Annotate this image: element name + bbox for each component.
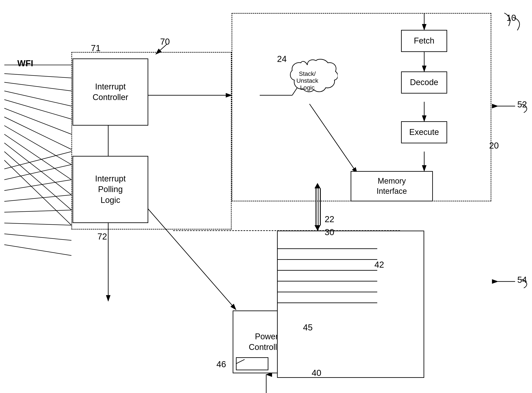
fetch-label: Fetch — [414, 35, 434, 46]
svg-line-26 — [4, 160, 71, 225]
svg-text:Logic: Logic — [300, 84, 315, 91]
svg-line-10 — [4, 91, 71, 106]
ref-40: 40 — [312, 368, 321, 378]
interrupt-polling-label: InterruptPollingLogic — [95, 173, 126, 206]
svg-line-11 — [4, 152, 71, 169]
svg-line-8 — [4, 74, 71, 78]
ref-10: 10 — [507, 13, 516, 23]
svg-line-17 — [4, 234, 71, 240]
svg-line-23 — [4, 134, 71, 180]
diagram: InterruptController InterruptPollingLogi… — [0, 0, 532, 393]
svg-line-18 — [4, 245, 71, 255]
ref-45: 45 — [303, 323, 313, 332]
memory-interface-box: MemoryInterface — [351, 171, 433, 201]
memory-interface-label: MemoryInterface — [377, 176, 407, 196]
execute-box: Execute — [401, 121, 447, 143]
svg-line-12 — [4, 165, 71, 180]
fetch-box: Fetch — [401, 30, 447, 52]
memory-lines-container — [278, 238, 377, 303]
svg-line-15 — [4, 210, 71, 212]
ref-24: 24 — [277, 54, 287, 64]
svg-line-20 — [4, 108, 71, 134]
ref-20: 20 — [489, 141, 499, 151]
svg-line-14 — [4, 195, 71, 201]
ref-42: 42 — [374, 260, 384, 270]
execute-label: Execute — [409, 127, 439, 138]
svg-line-21 — [4, 117, 71, 149]
svg-marker-36 — [314, 225, 321, 231]
ref-72: 72 — [98, 232, 107, 241]
power-sub-box — [236, 357, 268, 370]
ref-71: 71 — [91, 43, 101, 53]
decode-box: Decode — [401, 71, 447, 93]
svg-line-16 — [4, 223, 71, 225]
ref-46: 46 — [216, 359, 226, 369]
interrupt-controller-box: InterruptController — [73, 59, 148, 126]
decode-label: Decode — [410, 77, 438, 88]
svg-text:Stack/: Stack/ — [299, 70, 316, 77]
svg-line-9 — [4, 82, 71, 91]
interrupt-controller-label: InterruptController — [93, 81, 128, 103]
svg-line-13 — [4, 180, 71, 191]
svg-line-24 — [4, 143, 71, 195]
ref-22: 22 — [325, 214, 334, 224]
ref-30: 30 — [325, 227, 334, 237]
svg-line-25 — [4, 152, 71, 210]
stack-unstack-cloud: Stack/ Unstack Logic — [277, 59, 338, 110]
ref-70: 70 — [160, 37, 170, 47]
svg-text:Unstack: Unstack — [296, 77, 318, 84]
ref-52: 52 — [517, 100, 527, 109]
wfi-label: WFI — [17, 59, 33, 68]
ref-54: 54 — [517, 275, 527, 285]
svg-line-22 — [4, 126, 71, 165]
svg-line-19 — [4, 100, 71, 119]
interrupt-polling-box: InterruptPollingLogic — [73, 156, 148, 223]
